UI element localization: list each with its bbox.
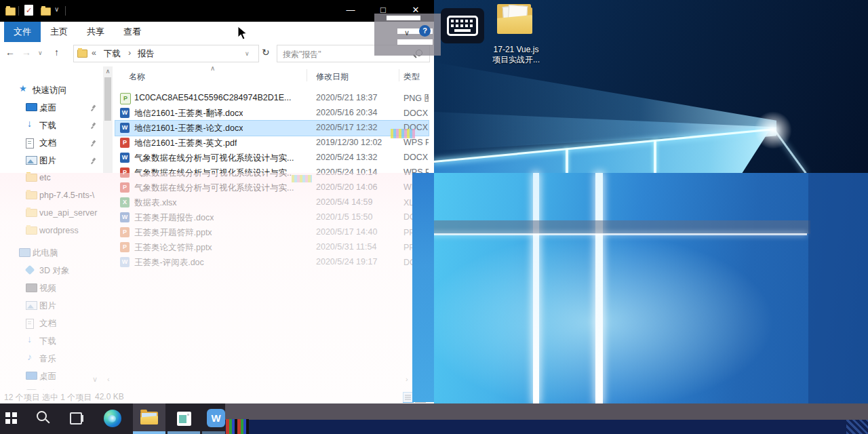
back-button[interactable]: ← <box>5 47 15 58</box>
file-name: 气象数据在线分析与可视化系统设计与实... <box>134 153 294 164</box>
file-date: 2020/5/21 18:37 <box>316 93 377 102</box>
crumb-prefix: « <box>92 48 96 58</box>
desktop-folder-label[interactable]: 17-21 Vue.js 项目实战开... <box>483 45 549 65</box>
taskbar: W <box>0 403 868 434</box>
file-date: 2019/12/30 12:02 <box>316 138 382 147</box>
refresh-button[interactable]: ↻ <box>262 47 270 58</box>
sidebar-item-label: 文档 <box>39 138 56 149</box>
separator <box>65 6 66 16</box>
wallpaper-strip <box>412 173 434 402</box>
floating-toolbar-overlay[interactable]: ∨ ? <box>374 14 441 56</box>
sort-ascending-icon[interactable]: ∧ <box>210 64 215 72</box>
word-file-icon: W <box>120 153 130 163</box>
forward-button[interactable]: → <box>22 47 31 58</box>
desktop-folder-icon[interactable] <box>497 4 534 35</box>
chevron-down-icon[interactable]: ∨ <box>404 28 410 37</box>
file-name: 地信21601-王荟奥-英文.pdf <box>134 138 237 149</box>
up-button[interactable]: ↑ <box>54 47 59 58</box>
video-glitch-artifact <box>292 175 312 182</box>
folder-icon[interactable] <box>5 7 16 16</box>
star-icon <box>19 85 29 94</box>
scroll-up-icon[interactable]: ∧ <box>103 66 113 76</box>
edge-taskbar-button[interactable] <box>100 403 130 434</box>
sidebar-item-下载[interactable]: 下载 <box>0 118 102 134</box>
address-dropdown-icon[interactable]: ∨ <box>245 50 250 57</box>
file-row[interactable]: P 1C0CAC8AE541C5596C284974B2D1E... 2020/… <box>115 91 429 106</box>
file-row[interactable]: W 地信21601-王荟奥-翻译.docx 2020/5/16 20:34 DO… <box>115 106 429 121</box>
file-type: PNG 图 <box>403 93 429 104</box>
start-button[interactable] <box>0 403 30 434</box>
file-name: 地信21601-王荟奥-论文.docx <box>134 123 243 134</box>
tab-共享[interactable]: 共享 <box>77 22 114 42</box>
separator <box>18 6 19 16</box>
keyboard-icon <box>447 16 478 36</box>
chevron-down-icon[interactable]: ∨ <box>54 5 59 13</box>
sidebar-item-label: 图片 <box>39 155 56 167</box>
title-bar: ✓ ∨ — □ ✕ <box>0 0 434 22</box>
folder-icon <box>77 50 87 58</box>
breadcrumb[interactable]: « 下载 › 报告 ∨ <box>73 45 259 62</box>
sidebar-item-桌面[interactable]: 桌面 <box>0 100 102 117</box>
file-type: DOCX <box>403 153 429 162</box>
file-row[interactable]: P 地信21601-王荟奥-英文.pdf 2019/12/30 12:02 WP… <box>115 136 429 151</box>
file-date: 2020/5/17 12:32 <box>316 123 377 132</box>
windows-logo-divider <box>533 173 539 403</box>
photos-taskbar-button[interactable] <box>170 403 199 434</box>
file-explorer-taskbar-button[interactable] <box>134 403 164 434</box>
sidebar-item-图片[interactable]: 图片 <box>0 153 102 170</box>
running-app-indicator <box>167 431 200 434</box>
onscreen-keyboard-widget[interactable] <box>441 8 484 43</box>
column-separator[interactable] <box>307 69 307 81</box>
file-date: 2020/5/16 20:34 <box>316 108 377 117</box>
file-row[interactable]: W 地信21601-王荟奥-论文.docx 2020/5/17 12:32 DO… <box>115 121 429 136</box>
sidebar-item-文档[interactable]: 文档 <box>0 136 102 152</box>
task-view-button[interactable] <box>63 403 93 434</box>
word-file-icon: W <box>120 123 130 133</box>
file-name: 1C0CAC8AE541C5596C284974B2D1E... <box>134 93 291 102</box>
pdf-file-icon: P <box>120 138 130 148</box>
minimize-button[interactable]: — <box>337 0 364 20</box>
ribbon-tabs: 文件主页共享查看 <box>4 22 151 42</box>
column-header-date[interactable]: 修改日期 <box>316 71 349 83</box>
file-date: 2020/5/24 13:32 <box>316 153 377 162</box>
toolbar-bar <box>397 39 433 45</box>
pin-icon <box>90 123 96 129</box>
sidebar-item-label: 下载 <box>39 120 56 132</box>
tab-查看[interactable]: 查看 <box>114 22 151 42</box>
running-app-indicator <box>133 431 165 434</box>
file-type: WPS PD <box>403 138 429 147</box>
sidebar-item-label: 桌面 <box>39 102 56 114</box>
task-view-icon <box>70 412 82 425</box>
pin-icon <box>90 158 96 164</box>
photos-icon <box>177 412 191 426</box>
running-app-indicator <box>202 431 225 434</box>
download-icon <box>26 121 36 130</box>
png-file-icon: P <box>120 93 131 104</box>
column-header-name[interactable]: 名称 <box>129 71 145 83</box>
desktop-icon <box>26 103 37 111</box>
file-row[interactable]: W 气象数据在线分析与可视化系统设计与实... 2020/5/24 13:32 … <box>115 151 429 165</box>
breadcrumb-item-reports[interactable]: 报告 <box>138 48 155 60</box>
search-icon <box>37 411 47 421</box>
pictures-icon <box>26 156 37 165</box>
history-dropdown-icon[interactable]: ∨ <box>38 50 43 56</box>
taskbar-search-button[interactable] <box>30 403 60 434</box>
help-button[interactable]: ? <box>419 25 431 37</box>
properties-check-icon[interactable]: ✓ <box>24 5 33 16</box>
new-folder-icon[interactable] <box>41 7 51 16</box>
sidebar-scrollbar[interactable]: ∧ <box>103 66 113 173</box>
sidebar-item-快速访问[interactable]: 快速访问 <box>0 83 102 99</box>
file-type: DOCX 文 <box>403 108 429 119</box>
address-bar: ← → ∨ ↑ « 下载 › 报告 ∨ ↻ 搜索"报告" <box>0 42 434 64</box>
column-separator[interactable] <box>399 69 399 81</box>
document-icon <box>26 138 34 149</box>
scrollbar-thumb[interactable] <box>104 77 111 121</box>
windows-logo-icon <box>5 412 17 424</box>
breadcrumb-item-downloads[interactable]: 下载 <box>104 48 121 60</box>
tab-文件[interactable]: 文件 <box>4 22 41 42</box>
column-header-type[interactable]: 类型 <box>403 71 420 83</box>
tab-主页[interactable]: 主页 <box>41 22 77 42</box>
show-desktop-corner[interactable] <box>846 420 868 434</box>
video-glitch-artifact <box>391 129 415 138</box>
desktop-folder-label-line2: 项目实战开... <box>483 55 549 65</box>
